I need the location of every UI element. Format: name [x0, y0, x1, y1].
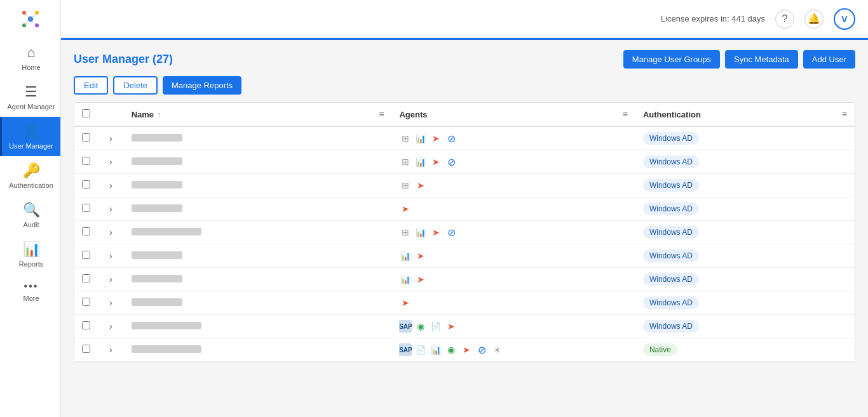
authentication-icon: 🔑 [23, 162, 40, 179]
grid-icon: ⊞ [399, 156, 412, 168]
row-checkbox[interactable] [82, 180, 90, 189]
row-expand-cell[interactable]: › [98, 174, 124, 197]
arrow-icon: ➤ [430, 226, 442, 239]
help-button[interactable]: ? [775, 10, 794, 29]
row-expand-cell[interactable]: › [98, 315, 124, 338]
auth-badge: Windows AD [643, 226, 699, 239]
auth-filter-icon[interactable]: ≡ [842, 109, 847, 119]
row-checkbox[interactable] [82, 251, 90, 259]
table-row: › 📊➤ Windows AD [74, 268, 855, 291]
row-expand-button[interactable]: › [105, 202, 116, 215]
arrow-icon: ➤ [414, 273, 427, 286]
add-user-button[interactable]: Add User [803, 50, 855, 69]
row-checkbox[interactable] [82, 345, 90, 353]
table-row: › SAP◉📄➤ Windows AD [74, 315, 855, 338]
row-checkbox-cell[interactable] [74, 244, 98, 268]
top-bar: User Manager (27) Manage User Groups Syn… [74, 50, 855, 69]
user-manager-icon: 👤 [23, 123, 40, 140]
sync-metadata-button[interactable]: Sync Metadata [725, 50, 798, 69]
row-expand-button[interactable]: › [105, 179, 116, 192]
arrow-icon: ➤ [445, 320, 458, 333]
user-table: Name ↑ ≡ Agents ≡ [74, 103, 855, 362]
sidebar-item-label: Agent Manager [7, 103, 55, 110]
row-expand-cell[interactable]: › [98, 338, 124, 362]
row-checkbox[interactable] [82, 274, 90, 282]
green-circle-icon: ◉ [414, 320, 427, 333]
row-checkbox-cell[interactable] [74, 315, 98, 338]
agent-icons-container: ⊞📊➤⊘ [399, 132, 627, 145]
sidebar-item-authentication[interactable]: 🔑 Authentication [0, 156, 60, 195]
bell-icon: 🔔 [808, 13, 820, 25]
more-icon: ••• [24, 281, 39, 292]
row-checkbox[interactable] [82, 157, 90, 165]
row-checkbox-cell[interactable] [74, 221, 98, 244]
manage-reports-button[interactable]: Manage Reports [163, 76, 241, 95]
row-checkbox[interactable] [82, 227, 90, 235]
agents-filter-icon[interactable]: ≡ [623, 109, 628, 119]
arrow-icon: ➤ [430, 132, 442, 145]
select-all-checkbox[interactable] [82, 109, 90, 117]
table-row: › ⊞📊➤⊘ Windows AD [74, 221, 855, 244]
row-checkbox-cell[interactable] [74, 291, 98, 315]
row-expand-cell[interactable]: › [98, 126, 124, 150]
row-auth-cell: Windows AD [635, 315, 855, 338]
edit-button[interactable]: Edit [74, 76, 108, 95]
green-circle-icon: ◉ [445, 343, 458, 356]
th-name[interactable]: Name ↑ ≡ [124, 103, 392, 126]
row-expand-button[interactable]: › [105, 132, 116, 145]
row-checkbox-cell[interactable] [74, 174, 98, 197]
row-checkbox-cell[interactable] [74, 126, 98, 150]
sidebar-item-audit[interactable]: 🔍 Audit [0, 195, 60, 235]
row-name-cell [124, 291, 392, 315]
row-checkbox[interactable] [82, 321, 90, 329]
row-expand-cell[interactable]: › [98, 197, 124, 221]
svg-line-7 [24, 19, 31, 25]
manage-user-groups-button[interactable]: Manage User Groups [623, 50, 720, 69]
svg-line-8 [31, 19, 37, 25]
user-table-container: Name ↑ ≡ Agents ≡ [74, 102, 855, 362]
row-expand-cell[interactable]: › [98, 291, 124, 315]
sidebar-item-more[interactable]: ••• More [0, 274, 60, 308]
row-expand-cell[interactable]: › [98, 221, 124, 244]
row-expand-button[interactable]: › [105, 156, 116, 168]
row-expand-cell[interactable]: › [98, 150, 124, 174]
row-checkbox[interactable] [82, 298, 90, 306]
sidebar-item-agent-manager[interactable]: ☰ Agent Manager [0, 77, 60, 117]
th-agents[interactable]: Agents ≡ [391, 103, 635, 126]
user-name-blurred [132, 181, 182, 189]
sidebar-item-reports[interactable]: 📊 Reports [0, 235, 60, 274]
row-expand-button[interactable]: › [105, 296, 116, 309]
row-name-cell [124, 244, 392, 268]
th-authentication[interactable]: Authentication ≡ [635, 103, 855, 126]
name-filter-icon[interactable]: ≡ [379, 109, 384, 119]
row-checkbox[interactable] [82, 204, 90, 212]
row-expand-cell[interactable]: › [98, 268, 124, 291]
table-row: › ➤ Windows AD [74, 291, 855, 315]
arrow-icon: ➤ [430, 156, 442, 168]
sidebar-item-home[interactable]: ⌂ Home [0, 38, 60, 77]
delete-button[interactable]: Delete [113, 76, 158, 95]
name-sort-icon[interactable]: ↑ [158, 110, 161, 118]
sidebar-item-user-manager[interactable]: 👤 User Manager [0, 117, 60, 156]
row-checkbox-cell[interactable] [74, 197, 98, 221]
row-agents-cell: ⊞📊➤⊘ [391, 126, 635, 150]
row-expand-button[interactable]: › [105, 343, 116, 356]
row-expand-button[interactable]: › [105, 226, 116, 239]
row-expand-button[interactable]: › [105, 273, 116, 286]
row-expand-button[interactable]: › [105, 249, 116, 262]
row-expand-button[interactable]: › [105, 320, 116, 333]
th-select-all[interactable] [74, 103, 98, 126]
row-checkbox-cell[interactable] [74, 150, 98, 174]
arrow-icon: ➤ [414, 179, 427, 192]
bar-chart-icon: 📊 [414, 132, 427, 145]
grid-icon: ⊞ [399, 226, 412, 239]
row-checkbox-cell[interactable] [74, 338, 98, 362]
notifications-button[interactable]: 🔔 [804, 10, 824, 29]
user-avatar[interactable]: V [834, 8, 855, 30]
row-checkbox[interactable] [82, 133, 90, 142]
auth-badge: Windows AD [643, 320, 699, 333]
row-checkbox-cell[interactable] [74, 268, 98, 291]
row-expand-cell[interactable]: › [98, 244, 124, 268]
sidebar-item-label: Audit [23, 221, 39, 228]
user-name-blurred [132, 345, 201, 353]
